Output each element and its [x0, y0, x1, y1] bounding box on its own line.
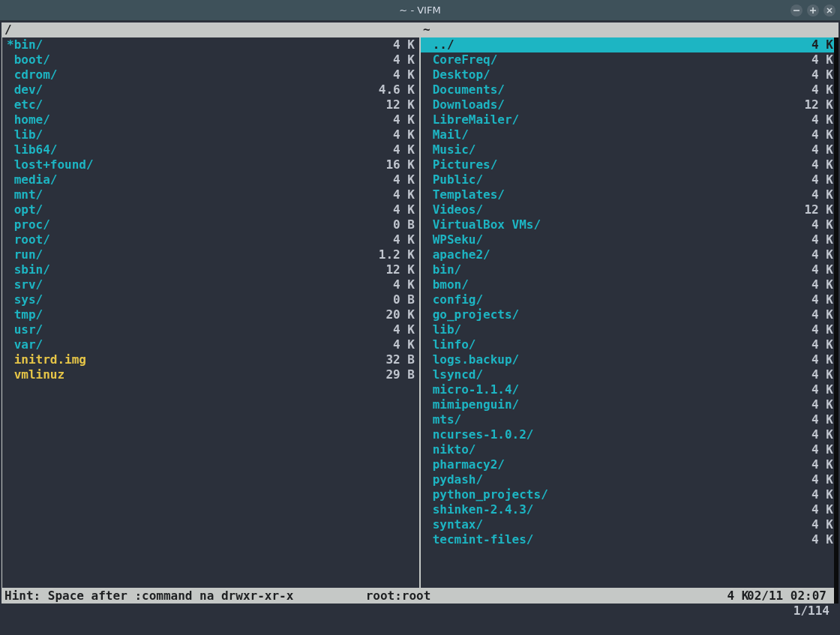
file-row[interactable]: Pictures/ 4 K — [421, 157, 838, 172]
file-row[interactable]: Templates/ 4 K — [421, 187, 838, 202]
file-row[interactable]: Videos/ 12 K — [421, 202, 838, 217]
file-size: 4 K — [790, 472, 833, 487]
file-row[interactable]: usr/ 4 K — [2, 322, 419, 337]
file-row[interactable]: apache2/ 4 K — [421, 247, 838, 262]
file-row[interactable]: Music/ 4 K — [421, 142, 838, 157]
file-row[interactable]: Desktop/ 4 K — [421, 67, 838, 82]
file-row[interactable]: Mail/ 4 K — [421, 127, 838, 142]
file-size: 4 K — [790, 37, 833, 52]
file-row[interactable]: run/ 1.2 K — [2, 247, 419, 262]
file-row[interactable]: lib/ 4 K — [421, 322, 838, 337]
file-row[interactable]: VirtualBox VMs/ 4 K — [421, 217, 838, 232]
file-row[interactable]: lib64/ 4 K — [2, 142, 419, 157]
file-name: initrd.img — [7, 352, 86, 367]
left-pane-path: / — [2, 22, 420, 37]
file-size: 4 K — [790, 277, 833, 292]
file-row[interactable]: root/ 4 K — [2, 232, 419, 247]
file-name: proc/ — [7, 217, 50, 232]
file-row[interactable]: go_projects/ 4 K — [421, 307, 838, 322]
file-name: tecmint-files/ — [425, 532, 534, 547]
file-row[interactable]: ../ 4 K — [421, 37, 838, 52]
file-name: Desktop/ — [425, 67, 490, 82]
file-row[interactable]: dev/ 4.6 K — [2, 82, 419, 97]
maximize-button[interactable] — [807, 4, 819, 16]
file-row[interactable]: CoreFreq/ 4 K — [421, 52, 838, 67]
scrollbar[interactable] — [834, 37, 838, 604]
file-row[interactable]: logs.backup/ 4 K — [421, 352, 838, 367]
file-row[interactable]: pharmacy2/ 4 K — [421, 457, 838, 472]
file-row[interactable]: Documents/ 4 K — [421, 82, 838, 97]
file-row[interactable]: tmp/ 20 K — [2, 307, 419, 322]
file-row[interactable]: *bin/ 4 K — [2, 37, 419, 52]
position-bar: 1/114 — [2, 604, 838, 619]
file-row[interactable]: WPSeku/ 4 K — [421, 232, 838, 247]
terminal-area[interactable]: / ~ *bin/ 4 K boot/ 4 K cdrom/ 4 K dev/ … — [0, 21, 840, 635]
file-row[interactable]: python_projects/ 4 K — [421, 487, 838, 502]
file-row[interactable]: ncurses-1.0.2/ 4 K — [421, 427, 838, 442]
file-name: usr/ — [7, 322, 43, 337]
file-row[interactable]: linfo/ 4 K — [421, 337, 838, 352]
minimize-button[interactable] — [790, 4, 802, 16]
svg-rect-0 — [794, 10, 800, 11]
file-name: bin/ — [425, 262, 461, 277]
file-row[interactable]: nikto/ 4 K — [421, 442, 838, 457]
file-row[interactable]: shinken-2.4.3/ 4 K — [421, 502, 838, 517]
file-row[interactable]: micro-1.1.4/ 4 K — [421, 382, 838, 397]
file-row[interactable]: sys/ 0 B — [2, 292, 419, 307]
file-size: 1.2 K — [371, 247, 415, 262]
file-name: root/ — [7, 232, 50, 247]
file-row[interactable]: mts/ 4 K — [421, 412, 838, 427]
file-row[interactable]: home/ 4 K — [2, 112, 419, 127]
file-row[interactable]: etc/ 12 K — [2, 97, 419, 112]
file-row[interactable]: mimipenguin/ 4 K — [421, 397, 838, 412]
file-size: 4 K — [790, 67, 833, 82]
svg-rect-2 — [810, 10, 816, 11]
file-row[interactable]: bin/ 4 K — [421, 262, 838, 277]
file-size: 4 K — [790, 307, 833, 322]
file-row[interactable]: lib/ 4 K — [2, 127, 419, 142]
file-name: lsyncd/ — [425, 367, 483, 382]
file-size: 16 K — [371, 157, 415, 172]
file-row[interactable]: pydash/ 4 K — [421, 472, 838, 487]
file-size: 4 K — [790, 112, 833, 127]
file-row[interactable]: lsyncd/ 4 K — [421, 367, 838, 382]
file-row[interactable]: vmlinuz 29 B — [2, 367, 419, 382]
file-size: 4 K — [371, 202, 415, 217]
file-row[interactable]: syntax/ 4 K — [421, 517, 838, 532]
file-row[interactable]: opt/ 4 K — [2, 202, 419, 217]
file-row[interactable]: Downloads/ 12 K — [421, 97, 838, 112]
file-size: 4 K — [790, 322, 833, 337]
file-row[interactable]: proc/ 0 B — [2, 217, 419, 232]
file-name: media/ — [7, 172, 57, 187]
file-name: lib64/ — [7, 142, 57, 157]
file-name: var/ — [7, 337, 43, 352]
file-size: 4 K — [790, 187, 833, 202]
window-controls — [790, 4, 836, 16]
file-row[interactable]: lost+found/ 16 K — [2, 157, 419, 172]
file-row[interactable]: tecmint-files/ 4 K — [421, 532, 838, 547]
file-row[interactable]: initrd.img 32 B — [2, 352, 419, 367]
file-row[interactable]: cdrom/ 4 K — [2, 67, 419, 82]
file-row[interactable]: bmon/ 4 K — [421, 277, 838, 292]
close-button[interactable] — [824, 4, 836, 16]
file-size: 4 K — [371, 67, 415, 82]
right-pane[interactable]: ../ 4 K CoreFreq/ 4 K Desktop/ 4 K Docum… — [420, 37, 838, 589]
left-pane[interactable]: *bin/ 4 K boot/ 4 K cdrom/ 4 K dev/ 4.6 … — [2, 37, 420, 589]
file-size: 4 K — [790, 502, 833, 517]
file-row[interactable]: Public/ 4 K — [421, 172, 838, 187]
file-row[interactable]: LibreMailer/ 4 K — [421, 112, 838, 127]
file-row[interactable]: mnt/ 4 K — [2, 187, 419, 202]
file-row[interactable]: sbin/ 12 K — [2, 262, 419, 277]
file-row[interactable]: config/ 4 K — [421, 292, 838, 307]
file-size: 4 K — [790, 352, 833, 367]
file-size: 29 B — [371, 367, 415, 382]
file-row[interactable]: srv/ 4 K — [2, 277, 419, 292]
file-row[interactable]: var/ 4 K — [2, 337, 419, 352]
file-name: boot/ — [7, 52, 50, 67]
file-size: 4.6 K — [371, 82, 415, 97]
file-name: apache2/ — [425, 247, 490, 262]
file-name: WPSeku/ — [425, 232, 483, 247]
file-row[interactable]: media/ 4 K — [2, 172, 419, 187]
file-name: micro-1.1.4/ — [425, 382, 519, 397]
file-row[interactable]: boot/ 4 K — [2, 52, 419, 67]
